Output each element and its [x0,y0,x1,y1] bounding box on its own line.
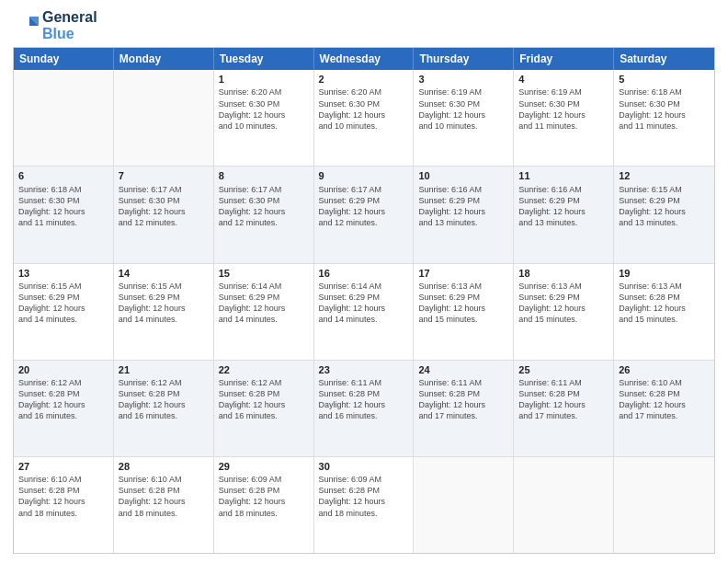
calendar-row: 20Sunrise: 6:12 AM Sunset: 6:28 PM Dayli… [14,360,714,456]
calendar-day-cell: 22Sunrise: 6:12 AM Sunset: 6:28 PM Dayli… [214,361,314,456]
calendar-day-cell: 15Sunrise: 6:14 AM Sunset: 6:29 PM Dayli… [214,264,314,360]
calendar-empty-cell [614,457,714,553]
day-number: 25 [518,363,609,376]
day-info: Sunrise: 6:11 AM Sunset: 6:28 PM Dayligh… [418,377,508,422]
weekday-header: Wednesday [314,48,415,70]
logo-text: General Blue [42,9,97,41]
day-info: Sunrise: 6:12 AM Sunset: 6:28 PM Dayligh… [18,377,108,422]
calendar-day-cell: 14Sunrise: 6:15 AM Sunset: 6:29 PM Dayli… [114,264,214,360]
calendar-day-cell: 26Sunrise: 6:10 AM Sunset: 6:28 PM Dayli… [614,361,714,456]
logo: General Blue [13,9,97,41]
day-info: Sunrise: 6:17 AM Sunset: 6:30 PM Dayligh… [219,184,309,229]
day-number: 21 [119,363,209,376]
calendar-day-cell: 9Sunrise: 6:17 AM Sunset: 6:29 PM Daylig… [314,167,415,262]
calendar-row: 13Sunrise: 6:15 AM Sunset: 6:29 PM Dayli… [14,263,714,360]
day-info: Sunrise: 6:09 AM Sunset: 6:28 PM Dayligh… [319,474,409,519]
calendar-row: 27Sunrise: 6:10 AM Sunset: 6:28 PM Dayli… [14,456,714,553]
logo-icon [13,13,39,39]
day-number: 20 [18,363,108,376]
calendar-body: 1Sunrise: 6:20 AM Sunset: 6:30 PM Daylig… [14,70,714,553]
day-info: Sunrise: 6:19 AM Sunset: 6:30 PM Dayligh… [518,86,609,132]
calendar-day-cell: 4Sunrise: 6:19 AM Sunset: 6:30 PM Daylig… [514,70,614,166]
calendar-day-cell: 18Sunrise: 6:13 AM Sunset: 6:29 PM Dayli… [514,264,614,360]
day-number: 15 [219,267,309,280]
calendar-empty-cell [514,457,614,553]
day-info: Sunrise: 6:20 AM Sunset: 6:30 PM Dayligh… [319,86,409,132]
day-number: 26 [619,363,710,376]
calendar-day-cell: 17Sunrise: 6:13 AM Sunset: 6:29 PM Dayli… [414,264,514,360]
day-number: 9 [319,169,409,182]
calendar-day-cell: 7Sunrise: 6:17 AM Sunset: 6:30 PM Daylig… [114,167,214,262]
day-info: Sunrise: 6:20 AM Sunset: 6:30 PM Dayligh… [219,86,309,132]
day-info: Sunrise: 6:16 AM Sunset: 6:29 PM Dayligh… [418,184,508,229]
day-number: 13 [18,267,108,280]
day-number: 8 [219,169,309,182]
day-info: Sunrise: 6:11 AM Sunset: 6:28 PM Dayligh… [518,377,609,422]
calendar-day-cell: 29Sunrise: 6:09 AM Sunset: 6:28 PM Dayli… [214,457,314,553]
day-info: Sunrise: 6:15 AM Sunset: 6:29 PM Dayligh… [119,281,209,326]
calendar-day-cell: 2Sunrise: 6:20 AM Sunset: 6:30 PM Daylig… [314,70,415,166]
day-info: Sunrise: 6:13 AM Sunset: 6:29 PM Dayligh… [418,281,508,326]
day-info: Sunrise: 6:18 AM Sunset: 6:30 PM Dayligh… [18,184,108,229]
day-info: Sunrise: 6:11 AM Sunset: 6:28 PM Dayligh… [319,377,409,422]
day-number: 14 [119,267,209,280]
day-number: 6 [18,169,108,182]
day-info: Sunrise: 6:16 AM Sunset: 6:29 PM Dayligh… [518,184,609,229]
day-number: 12 [619,169,710,182]
day-number: 4 [518,73,609,86]
day-number: 5 [619,73,710,86]
calendar-day-cell: 6Sunrise: 6:18 AM Sunset: 6:30 PM Daylig… [14,167,114,262]
day-number: 16 [319,267,409,280]
day-number: 28 [119,460,209,473]
calendar-day-cell: 1Sunrise: 6:20 AM Sunset: 6:30 PM Daylig… [214,70,314,166]
calendar-day-cell: 3Sunrise: 6:19 AM Sunset: 6:30 PM Daylig… [414,70,514,166]
calendar-row: 1Sunrise: 6:20 AM Sunset: 6:30 PM Daylig… [14,70,714,166]
calendar-day-cell: 25Sunrise: 6:11 AM Sunset: 6:28 PM Dayli… [514,361,614,456]
calendar-day-cell: 20Sunrise: 6:12 AM Sunset: 6:28 PM Dayli… [14,361,114,456]
calendar-empty-cell [414,457,514,553]
calendar-day-cell: 13Sunrise: 6:15 AM Sunset: 6:29 PM Dayli… [14,264,114,360]
calendar-row: 6Sunrise: 6:18 AM Sunset: 6:30 PM Daylig… [14,166,714,262]
day-info: Sunrise: 6:12 AM Sunset: 6:28 PM Dayligh… [119,377,209,422]
calendar-day-cell: 30Sunrise: 6:09 AM Sunset: 6:28 PM Dayli… [314,457,415,553]
calendar-day-cell: 19Sunrise: 6:13 AM Sunset: 6:28 PM Dayli… [614,264,714,360]
calendar-header: SundayMondayTuesdayWednesdayThursdayFrid… [14,48,714,70]
page: General Blue SundayMondayTuesdayWednesda… [0,0,728,563]
calendar-day-cell: 16Sunrise: 6:14 AM Sunset: 6:29 PM Dayli… [314,264,415,360]
weekday-header: Sunday [14,48,114,70]
day-info: Sunrise: 6:13 AM Sunset: 6:29 PM Dayligh… [518,281,609,326]
calendar-day-cell: 28Sunrise: 6:10 AM Sunset: 6:28 PM Dayli… [114,457,214,553]
day-number: 29 [219,460,309,473]
day-number: 27 [18,460,108,473]
day-number: 19 [619,267,710,280]
calendar-day-cell: 12Sunrise: 6:15 AM Sunset: 6:29 PM Dayli… [614,167,714,262]
calendar-day-cell: 21Sunrise: 6:12 AM Sunset: 6:28 PM Dayli… [114,361,214,456]
day-number: 11 [518,169,609,182]
calendar-day-cell: 10Sunrise: 6:16 AM Sunset: 6:29 PM Dayli… [414,167,514,262]
weekday-header: Tuesday [214,48,314,70]
calendar-day-cell: 23Sunrise: 6:11 AM Sunset: 6:28 PM Dayli… [314,361,415,456]
day-number: 23 [319,363,409,376]
calendar-empty-cell [114,70,214,166]
day-number: 30 [319,460,409,473]
day-number: 3 [418,73,508,86]
day-number: 1 [219,73,309,86]
day-number: 18 [518,267,609,280]
calendar-day-cell: 27Sunrise: 6:10 AM Sunset: 6:28 PM Dayli… [14,457,114,553]
calendar-day-cell: 5Sunrise: 6:18 AM Sunset: 6:30 PM Daylig… [614,70,714,166]
header: General Blue [13,9,715,41]
day-info: Sunrise: 6:12 AM Sunset: 6:28 PM Dayligh… [219,377,309,422]
weekday-header: Friday [514,48,614,70]
day-info: Sunrise: 6:13 AM Sunset: 6:28 PM Dayligh… [619,281,710,326]
calendar-day-cell: 8Sunrise: 6:17 AM Sunset: 6:30 PM Daylig… [214,167,314,262]
day-number: 2 [319,73,409,86]
day-info: Sunrise: 6:10 AM Sunset: 6:28 PM Dayligh… [119,474,209,519]
day-number: 7 [119,169,209,182]
day-info: Sunrise: 6:18 AM Sunset: 6:30 PM Dayligh… [619,86,710,132]
day-info: Sunrise: 6:15 AM Sunset: 6:29 PM Dayligh… [619,184,710,229]
day-number: 17 [418,267,508,280]
day-number: 24 [418,363,508,376]
day-info: Sunrise: 6:14 AM Sunset: 6:29 PM Dayligh… [319,281,409,326]
day-info: Sunrise: 6:10 AM Sunset: 6:28 PM Dayligh… [619,377,710,422]
day-number: 10 [418,169,508,182]
